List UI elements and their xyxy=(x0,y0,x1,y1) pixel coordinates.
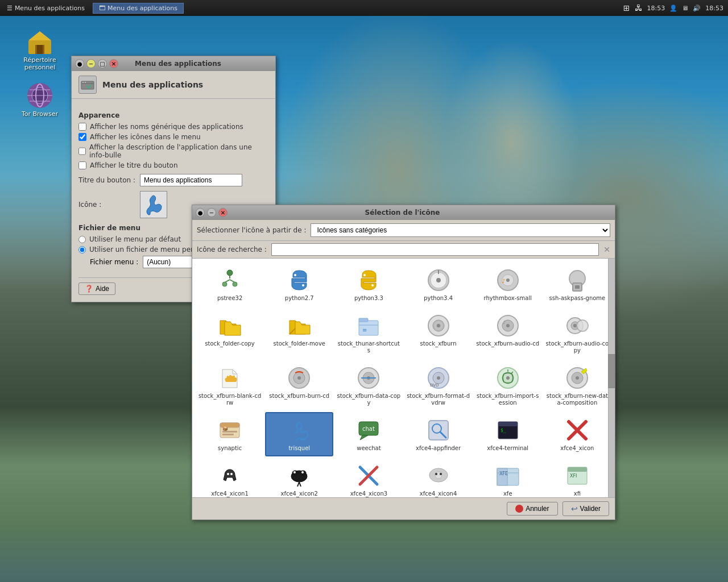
icon-label-python33: python3.3 xyxy=(354,295,383,302)
icon-cell-sshaskpass[interactable]: ssh-askpass-gnome xyxy=(543,262,611,306)
icon-thumb-xfce4_xicon1 xyxy=(216,462,243,489)
icon-dialog-min-btn[interactable]: − xyxy=(207,208,216,217)
scrollbar-track[interactable] xyxy=(608,259,615,497)
icon-cell-stock_folder_copy[interactable]: stock_folder-copy xyxy=(196,307,264,359)
icon-cell-stock_xfburn_datacopy[interactable]: stock_xfburn-data-copy xyxy=(334,360,403,411)
svg-point-98 xyxy=(435,473,437,475)
icon-thumb-xfi: XFI xyxy=(564,462,591,489)
icon-cell-xfce4_xicon2[interactable]: xfce4_xicon2 xyxy=(265,458,333,497)
svg-point-61 xyxy=(437,376,440,380)
icon-label-xfi: xfi xyxy=(574,490,581,497)
window-minimize-btn[interactable]: − xyxy=(86,59,96,68)
search-clear-icon[interactable]: ✕ xyxy=(603,245,610,254)
radio-default-input[interactable] xyxy=(78,236,86,243)
icon-cell-xfe[interactable]: XFExfe xyxy=(474,458,542,497)
taskbar-app-menu-btn[interactable]: ☰ Menu des applications xyxy=(2,3,89,13)
icon-thumb-xfce4_xicon4 xyxy=(425,462,452,489)
icon-thumb-stock_xfburn_burncd xyxy=(286,364,313,392)
icon-cell-weechat[interactable]: chatweechat xyxy=(334,412,403,456)
icon-label-stock_xfburn_new: stock_xfburn-new-data-composition xyxy=(545,393,609,406)
svg-text:$_: $_ xyxy=(500,428,506,433)
help-button[interactable]: ❓ Aide xyxy=(78,282,115,295)
icon-cell-python34[interactable]: python3.4 xyxy=(404,262,472,306)
file-menu-label: Fichier menu : xyxy=(90,258,138,266)
checkbox-generic-names-input[interactable] xyxy=(78,123,86,131)
svg-point-86 xyxy=(230,473,233,475)
icon-thumb-xfe: XFE xyxy=(494,462,522,489)
svg-point-12 xyxy=(82,82,84,83)
icon-cell-python33[interactable]: python3.3 xyxy=(334,262,403,306)
radio-custom-input[interactable] xyxy=(78,246,86,253)
icon-cell-xfce4_xicon[interactable]: xfce4_xicon xyxy=(543,412,611,456)
ok-button[interactable]: ↩ Valider xyxy=(562,501,609,516)
icon-thumb-stock_xfburn_import xyxy=(494,364,522,392)
button-title-input[interactable] xyxy=(140,174,242,186)
icon-thumb-xfce4_xicon3 xyxy=(355,462,382,489)
checkbox-tooltip-label: Afficher la description de l'application… xyxy=(89,143,268,159)
taskbar-window-button[interactable]: 🗔 Menu des applications xyxy=(93,3,184,14)
help-label: Aide xyxy=(96,285,109,293)
icon-label-stock_xfburn_audiocopy: stock_xfburn-audio-copy xyxy=(545,340,609,354)
icon-cell-xfi[interactable]: XFIxfi xyxy=(543,458,611,497)
icon-cell-synaptic[interactable]: 📦synaptic xyxy=(196,412,264,456)
window-menu-btn[interactable]: ● xyxy=(75,59,84,68)
icon-dialog-search-row: Icône de recherche : ✕ xyxy=(192,241,615,259)
icon-cell-stock_xfburn_burncd[interactable]: stock_xfburn-burn-cd xyxy=(265,360,333,411)
desktop: ☰ Menu des applications 🗔 Menu des appli… xyxy=(0,0,728,582)
help-icon: ❓ xyxy=(85,285,93,293)
icon-dialog-title: Sélection de l'icône xyxy=(365,209,440,217)
checkbox-show-title-input[interactable] xyxy=(78,161,86,169)
icon-cell-stock_xfburn_new[interactable]: stock_xfburn-new-data-composition xyxy=(543,360,611,411)
icon-cell-stock_xfburn_dvdrw[interactable]: DVDstock_xfburn-format-dvdrw xyxy=(404,360,472,411)
checkbox-show-icons: Afficher les icônes dans le menu xyxy=(78,133,268,141)
search-input[interactable] xyxy=(271,243,599,256)
icon-cell-xfce4_xicon1[interactable]: xfce4_xicon1 xyxy=(196,458,264,497)
icon-cell-python27[interactable]: python2.7 xyxy=(265,262,333,306)
svg-text:XFI: XFI xyxy=(570,473,577,479)
icon-cell-stock_xfburn[interactable]: stock_xfburn xyxy=(404,307,472,359)
icon-preview-button[interactable] xyxy=(140,191,167,218)
taskbar-right: ⊞ 🖧 18:53 👤 🖥 🔊 18:53 xyxy=(619,3,728,13)
button-title-row: Titre du bouton : xyxy=(78,174,268,186)
scrollbar-thumb[interactable] xyxy=(608,354,615,388)
icon-thumb-trisquel xyxy=(286,417,313,444)
icon-label-xfce4_xicon1: xfce4_xicon1 xyxy=(211,490,248,497)
icon-cell-stock_xfburn_audiocd[interactable]: ♪stock_xfburn-audio-cd xyxy=(474,307,542,359)
icon-dialog-close-btn[interactable]: ✕ xyxy=(218,208,228,217)
icon-cell-trisquel[interactable]: trisquel xyxy=(265,412,333,456)
checkbox-show-icons-input[interactable] xyxy=(78,133,86,141)
icon-label: Icône : xyxy=(78,201,135,209)
svg-point-18 xyxy=(222,282,227,286)
tray-icon-volume: 🔊 xyxy=(693,5,701,12)
svg-point-19 xyxy=(233,282,237,286)
home-folder-icon xyxy=(26,28,53,55)
cancel-button[interactable]: Annuler xyxy=(507,502,557,516)
icon-cell-stock_xfburn_audiocopy[interactable]: stock_xfburn-audio-copy xyxy=(543,307,611,359)
svg-point-26 xyxy=(436,278,441,282)
icon-cell-xfce4_xicon3[interactable]: xfce4_xicon3 xyxy=(334,458,403,497)
icon-grid: pstree32python2.7python3.3python3.4♪rhyt… xyxy=(192,259,615,497)
checkbox-tooltip-input[interactable] xyxy=(78,147,86,155)
icon-dialog-menu-btn[interactable]: ● xyxy=(196,208,205,217)
icon-cell-xfce4_appfinder[interactable]: xfce4-appfinder xyxy=(404,412,472,456)
window-maximize-btn[interactable]: □ xyxy=(98,59,107,68)
svg-line-93 xyxy=(297,482,299,487)
desktop-icon-home[interactable]: Répertoire personnel xyxy=(17,26,63,73)
icon-cell-pstree32[interactable]: pstree32 xyxy=(196,262,264,306)
icon-label-xfce4_xicon2: xfce4_xicon2 xyxy=(281,490,318,497)
window-close-btn[interactable]: ✕ xyxy=(109,59,118,68)
svg-text:DVD: DVD xyxy=(430,383,439,388)
icon-cell-stock_thunar[interactable]: ≡stock_thunar-shortcuts xyxy=(334,307,403,359)
icon-cell-xfce4_xicon4[interactable]: xfce4_xicon4 xyxy=(404,458,472,497)
icon-cell-stock_xfburn_import[interactable]: stock_xfburn-import-session xyxy=(474,360,542,411)
source-select[interactable]: Icônes sans catégories xyxy=(311,223,610,237)
icon-thumb-python33 xyxy=(355,267,382,294)
icon-cell-stock_folder_move[interactable]: stock_folder-move xyxy=(265,307,333,359)
icon-label-stock_xfburn_dvdrw: stock_xfburn-format-dvdrw xyxy=(406,393,470,406)
icon-cell-stock_xfburn_blank[interactable]: stock_xfburn-blank-cdrw xyxy=(196,360,264,411)
icon-cell-xfce4_terminal[interactable]: $_xfce4-terminal xyxy=(474,412,542,456)
app-menu-header-title: Menu des applications xyxy=(102,80,203,89)
icon-cell-rhythmbox[interactable]: ♪rhythmbox-small xyxy=(474,262,542,306)
svg-rect-72 xyxy=(222,431,237,433)
desktop-icon-tor[interactable]: Tor Browser xyxy=(17,80,63,120)
